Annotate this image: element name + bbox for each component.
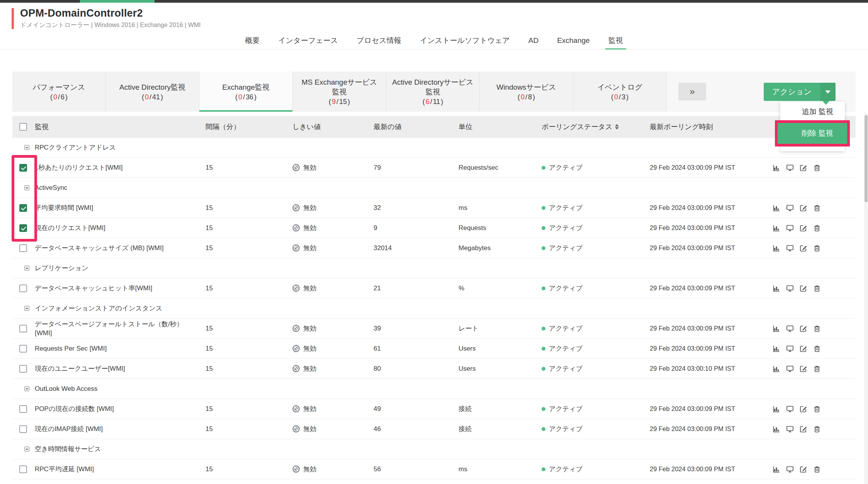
edit-icon[interactable] <box>800 425 807 433</box>
delete-icon[interactable] <box>813 164 821 172</box>
edit-icon[interactable] <box>800 465 807 473</box>
monitor-icon[interactable] <box>786 425 794 433</box>
delete-icon[interactable] <box>813 425 821 433</box>
edit-icon[interactable] <box>800 365 807 373</box>
collapse-icon[interactable] <box>24 306 29 311</box>
select-all-checkbox[interactable] <box>19 123 27 131</box>
more-tabs-button[interactable]: » <box>678 83 706 101</box>
monitor-icon[interactable] <box>786 325 794 332</box>
chart-icon[interactable] <box>773 164 780 172</box>
edit-icon[interactable] <box>800 345 807 353</box>
row-checkbox[interactable] <box>19 365 27 373</box>
collapse-icon[interactable] <box>24 145 29 150</box>
monitor-icon[interactable] <box>786 465 794 473</box>
monitor-name[interactable]: 平均要求時間 [WMI] <box>35 203 206 212</box>
edit-icon[interactable] <box>800 164 807 172</box>
edit-icon[interactable] <box>800 244 807 252</box>
monitor-name[interactable]: RPC平均遅延 [WMI] <box>35 465 206 474</box>
tab-interfaces[interactable]: インターフェース <box>277 32 339 49</box>
row-checkbox[interactable] <box>19 425 27 433</box>
monitor-icon[interactable] <box>786 405 794 413</box>
collapse-icon[interactable] <box>24 266 29 271</box>
column-header-monitor[interactable]: 監視 <box>35 122 206 131</box>
row-checkbox[interactable] <box>19 325 27 332</box>
chart-icon[interactable] <box>773 224 780 232</box>
chart-icon[interactable] <box>773 204 780 212</box>
monitor-name[interactable]: Requests Per Sec [WMI] <box>35 344 206 353</box>
delete-icon[interactable] <box>813 405 821 413</box>
edit-icon[interactable] <box>800 204 807 212</box>
tab-process-info[interactable]: プロセス情報 <box>356 32 402 49</box>
monitor-name[interactable]: 現在のユニークユーザー[WMI] <box>35 364 206 373</box>
edit-icon[interactable] <box>800 325 807 332</box>
monitor-icon[interactable] <box>786 204 794 212</box>
monitor-name[interactable]: データベースキャッシュヒット率[WMI] <box>35 284 206 293</box>
subtab-active-directory[interactable]: Active Directory監視 (0/41) <box>106 72 199 112</box>
monitor-icon[interactable] <box>786 164 794 172</box>
tab-installed-software[interactable]: インストールソフトウェア <box>419 32 511 49</box>
tab-overview[interactable]: 概要 <box>244 32 260 49</box>
monitor-icon[interactable] <box>786 285 794 292</box>
column-header-interval[interactable]: 間隔（分） <box>206 122 292 131</box>
monitor-name[interactable]: 1秒あたりのリクエスト[WMI] <box>35 163 206 172</box>
chart-icon[interactable] <box>773 244 780 252</box>
monitor-name[interactable]: データベースキャッシュサイズ (MB) [WMI] <box>35 244 206 252</box>
row-checkbox[interactable] <box>19 164 27 172</box>
monitor-name[interactable]: 現在のリクエスト[WMI] <box>35 223 206 232</box>
column-header-latest-value[interactable]: 最新の値 <box>374 122 459 131</box>
delete-icon[interactable] <box>813 204 821 212</box>
edit-icon[interactable] <box>800 405 807 413</box>
delete-icon[interactable] <box>813 285 821 292</box>
monitor-name[interactable]: 現在のIMAP接続 [WMI] <box>35 424 206 433</box>
menu-item-add-monitor[interactable]: 追加 監視 <box>780 102 845 122</box>
column-header-last-poll-time[interactable]: 最新ポーリング時刻 <box>650 122 769 131</box>
monitor-icon[interactable] <box>786 365 794 373</box>
delete-icon[interactable] <box>813 465 821 473</box>
tab-exchange[interactable]: Exchange <box>556 32 591 49</box>
collapse-icon[interactable] <box>24 447 29 452</box>
monitor-icon[interactable] <box>786 345 794 353</box>
row-checkbox[interactable] <box>19 405 27 413</box>
monitor-icon[interactable] <box>786 244 794 252</box>
subtab-ms-exchange-services[interactable]: MS Exchangeサービス監視 (9/15) <box>293 72 386 112</box>
monitor-name[interactable]: POPの現在の接続数 [WMI] <box>35 404 206 413</box>
column-header-unit[interactable]: 単位 <box>459 122 542 131</box>
subtab-event-log[interactable]: イベントログ (0/3) <box>573 72 667 112</box>
action-button[interactable]: アクション <box>764 83 836 101</box>
column-header-polling-status[interactable]: ポーリングステータス <box>542 122 650 131</box>
row-checkbox[interactable] <box>19 465 27 473</box>
row-checkbox[interactable] <box>19 345 27 353</box>
delete-icon[interactable] <box>813 325 821 332</box>
edit-icon[interactable] <box>800 224 807 232</box>
subtab-ad-services[interactable]: Active Directoryサービス監視 (6/11) <box>386 72 480 112</box>
menu-item-delete-monitor[interactable]: 削除 監視 <box>778 123 847 144</box>
chart-icon[interactable] <box>773 405 780 413</box>
column-header-threshold[interactable]: しきい値 <box>292 122 374 131</box>
action-dropdown-arrow[interactable] <box>820 83 836 101</box>
tab-ad[interactable]: AD <box>528 32 539 49</box>
delete-icon[interactable] <box>813 345 821 353</box>
edit-icon[interactable] <box>800 285 807 292</box>
delete-icon[interactable] <box>813 244 821 252</box>
chart-icon[interactable] <box>773 465 780 473</box>
row-checkbox[interactable] <box>19 244 27 252</box>
delete-icon[interactable] <box>813 365 821 373</box>
subtab-exchange-monitoring[interactable]: Exchange監視 (0/36) <box>199 72 293 112</box>
monitor-icon[interactable] <box>786 224 794 232</box>
vertical-scrollbar[interactable] <box>864 113 868 484</box>
subtab-performance[interactable]: パフォーマンス (0/6) <box>12 72 106 112</box>
chart-icon[interactable] <box>773 285 780 292</box>
sort-icon[interactable] <box>615 124 619 130</box>
scrollbar-thumb[interactable] <box>865 115 868 202</box>
chart-icon[interactable] <box>773 365 780 373</box>
chart-icon[interactable] <box>773 345 780 353</box>
collapse-icon[interactable] <box>24 185 29 190</box>
chart-icon[interactable] <box>773 325 780 332</box>
monitor-name[interactable]: データベースページフォールトストール（数/秒）[WMI] <box>35 320 206 337</box>
tab-monitoring[interactable]: 監視 <box>608 32 624 49</box>
subtab-windows-services[interactable]: Windowsサービス (0/8) <box>480 72 573 112</box>
row-checkbox[interactable] <box>19 224 27 232</box>
collapse-icon[interactable] <box>24 386 29 391</box>
delete-icon[interactable] <box>813 224 821 232</box>
row-checkbox[interactable] <box>19 285 27 292</box>
